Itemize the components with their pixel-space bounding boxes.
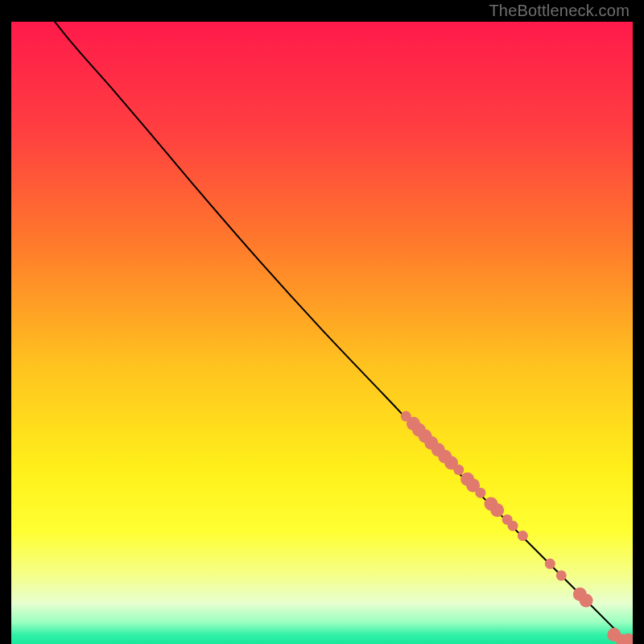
scatter-point <box>508 521 518 531</box>
scatter-point <box>518 530 528 541</box>
scatter-point <box>453 464 464 475</box>
scatter-point <box>475 488 485 498</box>
chart-stage: TheBottleneck.com <box>0 0 644 644</box>
attribution-label: TheBottleneck.com <box>489 2 630 20</box>
bottleneck-chart <box>11 22 633 644</box>
scatter-point <box>490 503 504 517</box>
scatter-point <box>580 593 593 607</box>
scatter-point <box>545 559 555 569</box>
scatter-point <box>556 570 567 580</box>
plot-background <box>11 22 633 644</box>
